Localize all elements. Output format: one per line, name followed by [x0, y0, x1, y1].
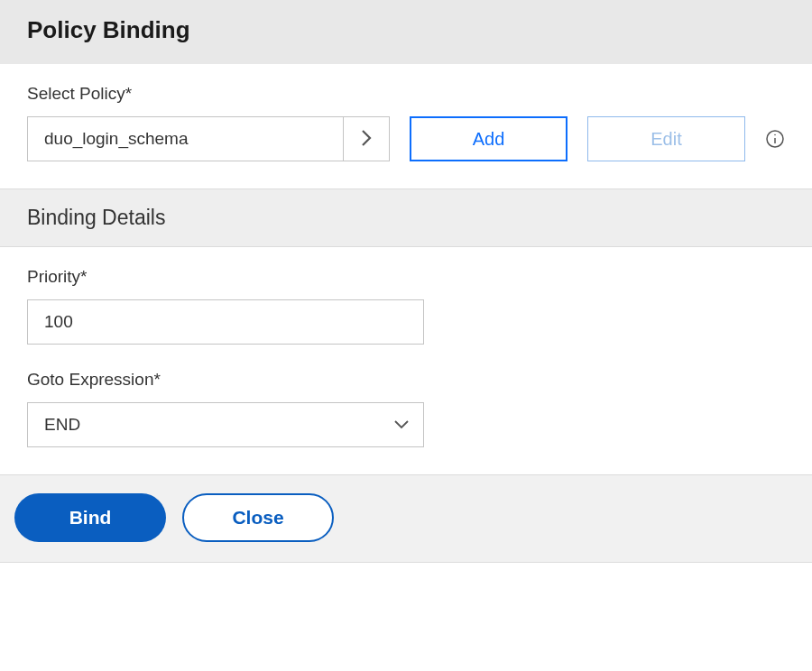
page-header: Policy Binding: [0, 0, 812, 64]
priority-input[interactable]: 100: [27, 299, 424, 345]
goto-field: Goto Expression* END: [27, 370, 785, 447]
goto-select[interactable]: END: [27, 402, 424, 447]
add-button-label: Add: [473, 129, 505, 150]
goto-label: Goto Expression*: [27, 370, 785, 390]
policy-value: duo_login_schema: [27, 116, 343, 161]
goto-value: END: [44, 415, 80, 435]
select-policy-row: duo_login_schema Add Edit: [27, 116, 785, 161]
select-policy-section: Select Policy* duo_login_schema Add Edit: [0, 64, 812, 188]
select-policy-label: Select Policy*: [27, 84, 785, 104]
bind-button-label: Bind: [69, 507, 112, 529]
svg-point-2: [774, 134, 776, 136]
binding-details-section: Priority* 100 Goto Expression* END: [0, 247, 812, 474]
priority-field: Priority* 100: [27, 267, 785, 345]
policy-picker-open-button[interactable]: [343, 116, 390, 161]
close-button[interactable]: Close: [182, 493, 334, 542]
binding-details-header: Binding Details: [0, 188, 812, 247]
add-button[interactable]: Add: [410, 116, 567, 161]
info-icon[interactable]: [765, 128, 785, 150]
priority-label: Priority*: [27, 267, 785, 287]
edit-button[interactable]: Edit: [587, 116, 745, 161]
page-title: Policy Binding: [27, 16, 785, 44]
footer-actions: Bind Close: [0, 474, 812, 562]
chevron-right-icon: [360, 128, 373, 151]
policy-picker: duo_login_schema: [27, 116, 390, 161]
close-button-label: Close: [232, 507, 283, 529]
chevron-down-icon: [392, 415, 411, 435]
divider: [0, 562, 812, 563]
bind-button[interactable]: Bind: [14, 493, 166, 542]
binding-details-title: Binding Details: [27, 206, 785, 230]
priority-value: 100: [44, 312, 73, 332]
edit-button-label: Edit: [651, 129, 681, 150]
